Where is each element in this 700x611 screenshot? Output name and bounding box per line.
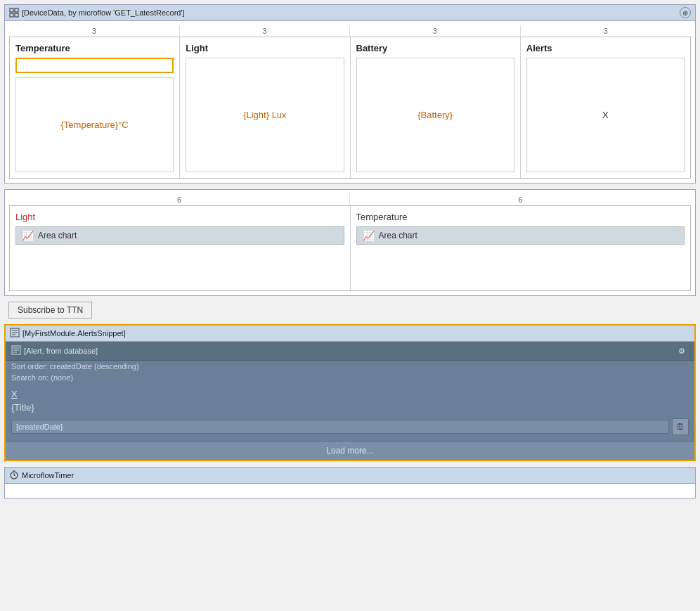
alerts-value: X: [602, 110, 609, 120]
temperature-value-box: {Temperature}°C: [15, 77, 174, 172]
alert-title-placeholder: {Title}: [11, 402, 689, 413]
timer-icon: [9, 470, 19, 481]
header-left: [DeviceData, by microflow 'GET_LatestRec…: [9, 8, 185, 18]
light-widget: Light {Light} Lux: [180, 37, 350, 178]
timer-title: MicroflowTimer: [22, 471, 74, 480]
timer-header: MicroflowTimer: [5, 468, 695, 484]
temperature-chart-label: Area chart: [379, 231, 417, 240]
temperature-chart-icon: 📈: [363, 230, 375, 241]
charts-panel: 6 6 Light 📈 Area chart Temperature 📈: [4, 189, 696, 296]
temperature-input[interactable]: [15, 58, 174, 73]
light-chart-title: Light: [15, 212, 344, 222]
temperature-chart-cell: Temperature 📈 Area chart: [351, 206, 691, 290]
device-data-header: [DeviceData, by microflow 'GET_LatestRec…: [5, 5, 695, 21]
battery-value-box: {Battery}: [356, 58, 514, 172]
col-header-2: 3: [350, 25, 521, 37]
search-on-text: Search on: (none): [6, 372, 694, 383]
col-header-0: 3: [9, 25, 180, 37]
device-data-title: [DeviceData, by microflow 'GET_LatestRec…: [22, 8, 185, 17]
list-icon: [11, 345, 21, 356]
alerts-inner: [Alert, from database] ⚙ Sort order: cre…: [6, 342, 694, 460]
subscribe-row: Subscribe to TTN: [4, 302, 696, 319]
chart-col-header-1: 6: [350, 194, 691, 205]
light-value-box: {Light} Lux: [186, 58, 344, 172]
sort-order-text: Sort order: createdDate (descending): [6, 361, 694, 372]
battery-widget: Battery {Battery}: [351, 37, 521, 178]
timer-panel: MicroflowTimer: [4, 467, 696, 499]
expand-icon[interactable]: ⊕: [680, 7, 691, 18]
alerts-sub-title: [Alert, from database]: [11, 345, 98, 356]
alerts-inner-title: [Alert, from database]: [24, 347, 98, 355]
load-more-button[interactable]: Load more...: [6, 441, 694, 460]
temperature-value: {Temperature}°C: [61, 120, 129, 130]
svg-rect-2: [10, 13, 13, 17]
temperature-area-chart: 📈 Area chart: [356, 226, 685, 245]
alert-x-link[interactable]: X: [11, 389, 689, 399]
col-header-3: 3: [521, 25, 692, 37]
alert-date-input[interactable]: [11, 420, 669, 434]
light-area-chart: 📈 Area chart: [15, 226, 344, 245]
alerts-sub-header: [Alert, from database] ⚙: [6, 342, 694, 361]
alerts-value-box: X: [526, 58, 685, 172]
alerts-snippet-header: [MyFirstModule.AlertsSnippet]: [6, 326, 694, 342]
device-data-panel: [DeviceData, by microflow 'GET_LatestRec…: [4, 4, 696, 184]
charts-row: Light 📈 Area chart Temperature 📈 Area ch…: [9, 205, 691, 291]
temperature-widget: Temperature {Temperature}°C: [10, 37, 180, 178]
temperature-title: Temperature: [15, 43, 174, 53]
light-chart-icon: 📈: [22, 230, 34, 241]
battery-title: Battery: [356, 43, 514, 53]
alerts-settings-button[interactable]: ⚙: [675, 344, 689, 358]
light-chart-cell: Light 📈 Area chart: [10, 206, 351, 290]
snippet-icon: [10, 328, 20, 339]
temperature-chart-title: Temperature: [356, 212, 685, 222]
column-headers: 3 3 3 3: [9, 25, 691, 37]
chart-column-headers: 6 6: [9, 194, 691, 205]
svg-line-14: [14, 475, 15, 476]
alerts-snippet-title: [MyFirstModule.AlertsSnippet]: [22, 329, 126, 337]
light-value: {Light} Lux: [243, 110, 286, 120]
widget-row: Temperature {Temperature}°C Light {Light…: [9, 37, 691, 179]
subscribe-button[interactable]: Subscribe to TTN: [8, 302, 92, 319]
alerts-title: Alerts: [526, 43, 685, 53]
svg-rect-1: [15, 8, 18, 12]
grid-icon: [9, 8, 19, 18]
charts-grid-container: 6 6 Light 📈 Area chart Temperature 📈: [5, 190, 695, 295]
svg-rect-3: [15, 13, 18, 17]
light-chart-label: Area chart: [38, 231, 77, 240]
device-data-grid: 3 3 3 3 Temperature {Temperature}°C Ligh…: [5, 21, 695, 183]
col-header-1: 3: [180, 25, 351, 37]
calendar-icon[interactable]: 🗓: [672, 418, 689, 435]
alerts-snippet-panel: [MyFirstModule.AlertsSnippet] [Alert, fr…: [4, 324, 696, 461]
timer-body: [5, 484, 695, 498]
light-title: Light: [186, 43, 344, 53]
alert-date-row: 🗓: [11, 418, 689, 435]
battery-value: {Battery}: [417, 110, 453, 120]
alerts-widget: Alerts X: [521, 37, 690, 178]
chart-col-header-0: 6: [9, 194, 350, 205]
main-container: [DeviceData, by microflow 'GET_LatestRec…: [0, 0, 700, 503]
svg-rect-0: [10, 8, 13, 12]
alerts-content: X {Title} 🗓: [6, 383, 694, 441]
